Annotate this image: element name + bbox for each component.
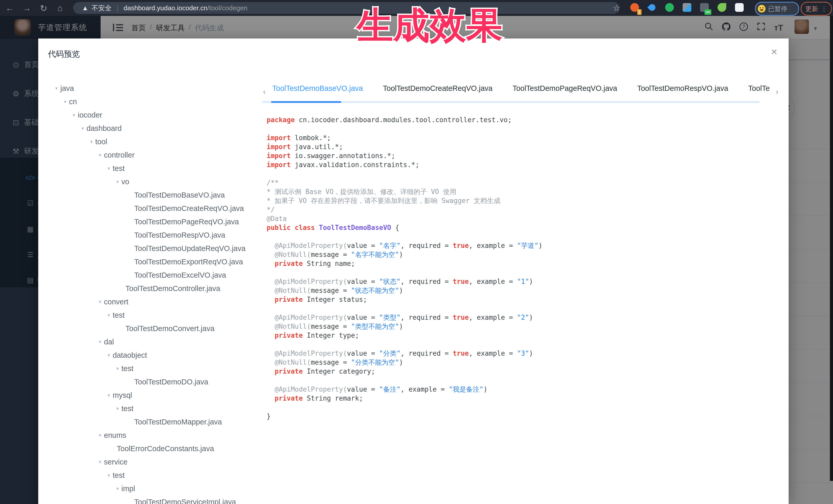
tree-caret-icon[interactable]: ▾ [99,299,101,305]
tree-file[interactable]: ToolTestDemoUpdateReqVO.java [134,242,245,255]
tree-node-label: ToolTestDemoBaseVO.java [134,191,225,199]
emoji-avatar-icon [758,5,765,13]
tree-folder[interactable]: ▾test [116,402,134,415]
tree-file[interactable]: ToolErrorCodeConstants.java [117,442,214,455]
tree-caret-icon[interactable]: ▾ [99,459,101,465]
tree-file[interactable]: ToolTestDemoPageReqVO.java [134,216,239,228]
tree-file[interactable]: ToolTestDemoBaseVO.java [134,189,225,201]
code-line: @Data [267,214,777,223]
tree-folder[interactable]: ▾test [116,362,134,375]
code-line [267,268,777,277]
security-warning-icon[interactable]: ▲ [82,4,89,12]
tree-caret-icon[interactable]: ▾ [116,485,119,492]
code-tab-3[interactable]: ToolTestDemoRespVO.java [637,84,728,93]
tree-caret-icon[interactable]: ▾ [116,178,119,185]
plant-extension-icon[interactable] [717,3,727,13]
tree-file[interactable]: ToolTestDemoConvert.java [125,322,215,335]
tree-folder[interactable]: ▾vo [116,175,129,188]
tree-node-label: test [113,311,125,319]
tree-caret-icon[interactable]: ▾ [116,405,119,412]
tree-folder[interactable]: ▾test [108,309,125,321]
tree-node-label: ToolTestDemoExcelVO.java [134,271,226,280]
bookmark-star-icon[interactable]: ☆ [613,3,620,13]
security-warning-label[interactable]: 不安全 [92,4,112,13]
tree-caret-icon[interactable]: ▾ [99,432,101,438]
tree-caret-icon[interactable]: ▾ [55,85,58,91]
tree-folder[interactable]: ▾dashboard [81,122,122,135]
tree-file[interactable]: ToolTestDemoRespVO.java [134,229,225,241]
tree-folder[interactable]: ▾enums [99,429,126,441]
ubuntu-orange-extension-icon[interactable]: 1 [630,3,640,13]
tree-folder[interactable]: ▾tool [90,136,107,148]
tree-file[interactable]: ToolTestDemoMapper.java [134,416,222,428]
tree-file[interactable]: ToolTestDemoServiceImpl.java [134,496,236,504]
forward-icon[interactable]: → [22,3,32,13]
tree-node-label: ToolTestDemoExportReqVO.java [134,258,243,266]
tree-caret-icon[interactable]: ▾ [116,365,119,371]
url-host[interactable]: dashboard.yudao.iocoder.cn [124,4,208,12]
code-tab-1[interactable]: ToolTestDemoCreateReqVO.java [383,84,493,93]
tree-caret-icon[interactable]: ▾ [90,139,93,145]
tree-node-label: test [113,164,125,173]
tree-caret-icon[interactable]: ▾ [99,152,101,158]
code-line: private Integer type; [267,331,777,340]
tree-folder[interactable]: ▾dal [99,336,114,348]
back-icon[interactable]: ← [5,3,15,13]
tree-caret-icon[interactable]: ▾ [108,392,110,398]
url-path[interactable]: /tool/codegen [207,4,247,12]
tree-node-label: cn [69,97,77,106]
tree-node-label: test [113,471,125,480]
tree-folder[interactable]: ▾dataobject [108,349,147,361]
translate-paused-button[interactable]: 已暂停 [755,2,799,16]
green-y-extension-icon[interactable] [665,3,675,13]
tree-file[interactable]: ToolTestDemoExcelVO.java [134,269,226,281]
browser-update-button[interactable]: 更新 ⋮ [801,2,832,16]
tabs-scroll-right-icon[interactable]: › [776,87,778,96]
home-icon[interactable]: ⌂ [55,3,65,13]
tree-caret-icon[interactable]: ▾ [73,112,75,118]
tree-folder[interactable]: ▾cn [64,95,77,108]
tree-folder[interactable]: ▾mysql [108,389,132,401]
tree-caret-icon[interactable]: ▾ [64,99,67,105]
code-viewer[interactable]: package cn.iocoder.dashboard.modules.too… [267,116,777,421]
code-line: public class ToolTestDemoBaseVO { [267,223,777,232]
list-extension-icon[interactable]: on [700,3,710,13]
tree-folder[interactable]: ▾controller [99,149,135,161]
tree-file[interactable]: ToolTestDemoExportReqVO.java [134,256,243,268]
tree-folder[interactable]: ▾test [108,162,125,174]
tree-folder[interactable]: ▾convert [99,296,128,308]
tree-caret-icon[interactable]: ▾ [81,125,84,131]
address-bar[interactable]: ▲ 不安全 | dashboard.yudao.iocoder.cn /tool… [73,2,620,14]
tree-node-label: ToolTestDemoServiceImpl.java [134,498,236,504]
tabs-scroll-left-icon[interactable]: ‹ [263,87,266,96]
code-line: @NotNull(message = "分类不能为空") [267,358,777,367]
code-tab-0[interactable]: ToolTestDemoBaseVO.java [272,84,363,93]
code-line: private String remark; [267,394,777,403]
tree-caret-icon[interactable]: ▾ [108,472,110,478]
tree-folder[interactable]: ▾test [108,469,125,481]
code-tab-4[interactable]: ToolTe [748,84,770,93]
tree-node-label: ToolTestDemoUpdateReqVO.java [134,244,245,253]
code-preview-dialog: 代码预览 × ▾java▾cn▾iocoder▾dashboard▾tool▾c… [38,39,789,504]
tree-caret-icon[interactable]: ▾ [108,352,110,358]
close-icon[interactable]: × [771,46,777,58]
tree-file[interactable]: ToolTestDemoCreateReqVO.java [134,202,244,215]
tree-caret-icon[interactable]: ▾ [108,312,110,318]
tree-file[interactable]: ToolTestDemoController.java [125,282,220,295]
tree-folder[interactable]: ▾iocoder [73,109,102,121]
code-tab-2[interactable]: ToolTestDemoPageReqVO.java [513,84,617,93]
tree-file[interactable]: ToolTestDemoDO.java [134,376,208,388]
tree-folder[interactable]: ▾impl [116,482,135,495]
tree-node-label: convert [104,298,128,306]
chrome-menu-icon[interactable]: ⋮ [821,5,827,13]
puzzle-extensions-icon[interactable] [735,3,745,13]
tree-folder[interactable]: ▾service [99,456,127,468]
grid-extension-icon[interactable] [683,3,692,13]
tree-node-label: test [121,404,134,413]
code-line: @ApiModelProperty(value = "状态", required… [267,277,777,286]
blue-gem-extension-icon[interactable] [648,3,658,13]
tree-caret-icon[interactable]: ▾ [99,339,101,345]
reload-icon[interactable]: ↻ [39,3,49,13]
tree-caret-icon[interactable]: ▾ [108,165,110,171]
tree-folder[interactable]: ▾java [55,82,74,94]
